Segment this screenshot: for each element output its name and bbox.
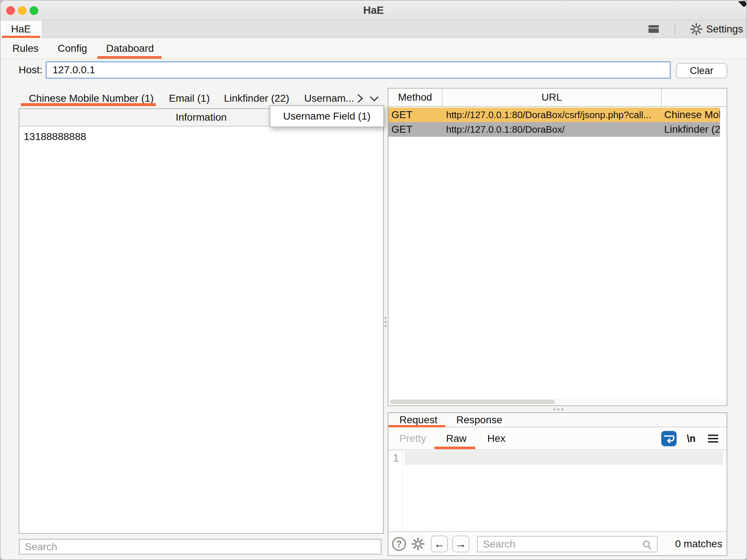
table-row[interactable]: GET http://127.0.0.1:80/DoraBox/ Linkfin…	[388, 122, 720, 137]
information-table: Information 13188888888	[19, 108, 384, 534]
tab-request[interactable]: Request	[399, 413, 437, 427]
show-newlines-toggle[interactable]: \n	[683, 431, 699, 446]
editor-menu-icon[interactable]	[708, 435, 718, 443]
next-match-button[interactable]: →	[452, 536, 469, 552]
tab-list-dropdown-icon[interactable]	[368, 93, 380, 104]
url-cell: http://127.0.0.1:80/DoraBox/csrf/jsonp.p…	[446, 108, 662, 122]
tab-hae-active-indicator	[2, 36, 40, 38]
editor-mode-bar: Pretty Raw Hex \n	[388, 427, 727, 450]
layout-panel-icon[interactable]	[649, 25, 659, 33]
tab-username-field[interactable]: Usernam...	[304, 90, 354, 106]
tab-scroll-right-icon[interactable]	[355, 93, 365, 104]
horizontal-scrollbar[interactable]	[389, 399, 727, 405]
tab-hae[interactable]: HaE	[0, 20, 42, 38]
horizontal-scrollbar-thumb[interactable]	[390, 400, 555, 404]
word-wrap-toggle[interactable]	[661, 431, 677, 446]
method-column-header[interactable]: Method	[388, 89, 442, 106]
clear-button[interactable]: Clear	[676, 63, 727, 78]
window-title: HaE	[0, 0, 747, 20]
information-search-input[interactable]	[19, 539, 382, 555]
request-list-table: Method URL GET http://127.0.0.1:80/DoraB…	[388, 88, 727, 406]
line-number-gutter: 1	[388, 450, 402, 531]
table-row-selected[interactable]: GET http://127.0.0.1:80/DoraBox/csrf/jso…	[388, 108, 720, 122]
tab-raw[interactable]: Raw	[446, 432, 467, 445]
comment-cell: Chinese Mob	[664, 108, 720, 122]
host-label: Host:	[19, 62, 42, 78]
tab-chinese-mobile-active-indicator	[21, 103, 156, 106]
settings-button[interactable]: Settings	[690, 20, 743, 38]
tab-pretty[interactable]: Pretty	[399, 432, 426, 445]
url-column-header[interactable]: URL	[442, 89, 662, 106]
url-cell: http://127.0.0.1:80/DoraBox/	[446, 122, 662, 137]
title-bar: HaE	[0, 0, 747, 20]
tab-rules[interactable]: Rules	[12, 38, 39, 59]
tab-hae-label: HaE	[11, 23, 31, 35]
tab-hex[interactable]: Hex	[487, 432, 506, 445]
method-cell: GET	[391, 122, 413, 137]
search-settings-gear-icon[interactable]	[411, 537, 425, 552]
match-count: 0 matches	[675, 532, 722, 556]
gear-icon	[690, 23, 703, 36]
host-input[interactable]	[46, 61, 671, 79]
tab-databoard-active-indicator	[97, 56, 162, 59]
tab-linkfinder[interactable]: Linkfinder (22)	[224, 90, 289, 106]
toolbar-divider	[674, 23, 675, 35]
comment-cell: Linkfinder (22	[664, 122, 720, 137]
sub-tab-strip: Rules Config Databoard	[0, 38, 747, 59]
tab-dropdown-menu-item[interactable]: Username Field (1)	[270, 105, 384, 127]
tab-databoard[interactable]: Databoard	[106, 38, 154, 59]
tab-response[interactable]: Response	[456, 413, 502, 427]
search-magnifier-icon	[642, 540, 653, 551]
method-cell: GET	[391, 108, 413, 122]
main-tab-strip: HaE Settings	[0, 20, 747, 38]
request-editor-body[interactable]: 1	[388, 450, 727, 531]
editor-search-toolbar: ? ← → 0 matches	[388, 531, 727, 555]
editor-search-input[interactable]	[477, 536, 658, 552]
mouse-cursor	[734, 0, 747, 9]
tab-raw-active-indicator	[434, 447, 475, 449]
request-list-header: Method URL	[388, 89, 727, 107]
settings-label: Settings	[706, 23, 743, 35]
tab-config[interactable]: Config	[58, 38, 87, 59]
current-line-highlight	[405, 451, 723, 465]
table-row[interactable]: 13188888888	[24, 129, 86, 144]
line-number: 1	[393, 452, 399, 464]
previous-match-button[interactable]: ←	[431, 536, 448, 552]
message-editor-panel: Request Response Pretty Raw Hex \n	[388, 412, 727, 556]
app-window: HaE HaE Settings Rules	[0, 0, 747, 560]
help-icon[interactable]: ?	[392, 537, 406, 551]
editor-tab-bar: Request Response	[388, 413, 727, 427]
tab-email[interactable]: Email (1)	[169, 90, 210, 106]
